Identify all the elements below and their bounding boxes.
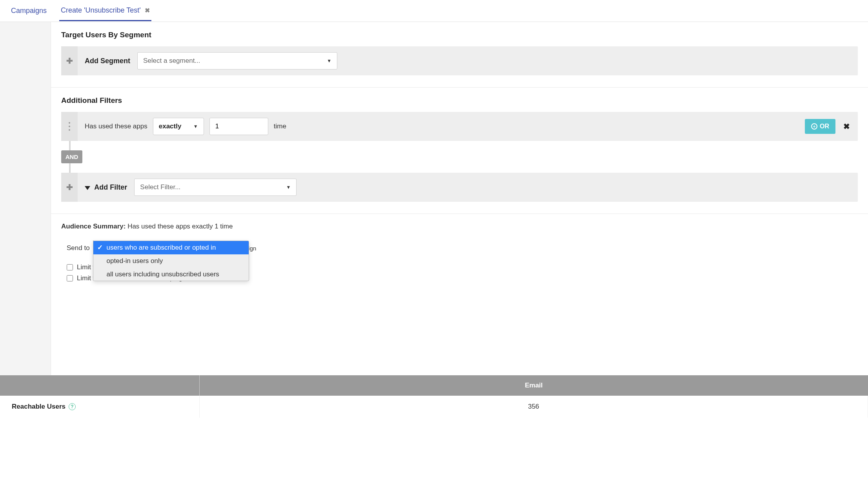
tab-bar: Campaigns Create 'Unsubscribe Test' ✖ [0, 0, 868, 22]
help-icon[interactable]: ? [69, 403, 76, 410]
plus-circle-icon: + [811, 123, 817, 130]
remove-filter-icon[interactable]: ✖ [843, 122, 850, 131]
add-segment-label: Add Segment [78, 57, 137, 65]
reach-row-label: Reachable Users ? [0, 396, 200, 418]
or-button[interactable]: + OR [805, 119, 835, 134]
reach-row-label-text: Reachable Users [12, 403, 66, 411]
additional-filters-title: Additional Filters [61, 96, 858, 105]
add-segment-plus[interactable]: ✚ [61, 46, 78, 75]
add-segment-row: ✚ Add Segment Select a segment... ▼ [61, 46, 858, 75]
reach-header-email: Email [200, 375, 868, 396]
add-filter-label: Add Filter [78, 183, 134, 192]
audience-summary-line: Audience Summary: Has used these apps ex… [61, 223, 858, 230]
send-to-label: Send to [67, 244, 90, 252]
funnel-icon [85, 186, 90, 190]
drag-dots-icon [69, 122, 70, 131]
caret-down-icon: ▼ [193, 124, 198, 129]
add-filter-row: ✚ Add Filter Select Filter... ▼ [61, 173, 858, 202]
filter-rule-row: Has used these apps exactly ▼ time + OR … [61, 112, 858, 141]
filter-operator-value: exactly [159, 122, 182, 130]
limit-users-checkbox[interactable] [67, 264, 73, 270]
dropdown-option-opted-in[interactable]: opted-in users only [93, 254, 249, 268]
tab-campaigns-label: Campaigns [11, 7, 47, 15]
plus-icon: ✚ [66, 56, 73, 66]
limit-rate-checkbox[interactable] [67, 275, 73, 281]
left-gutter [0, 22, 51, 375]
segment-select-placeholder: Select a segment... [143, 57, 200, 65]
filter-type-select[interactable]: Select Filter... ▼ [134, 179, 297, 196]
drag-handle[interactable] [61, 112, 78, 141]
additional-filters-section: Additional Filters Has used these apps e… [51, 88, 868, 214]
segment-select[interactable]: Select a segment... ▼ [137, 52, 337, 69]
caret-down-icon: ▼ [327, 58, 331, 64]
reachable-users-table: Email Reachable Users ? 356 [0, 375, 868, 418]
filter-rule-suffix: time [268, 122, 292, 130]
tab-campaigns[interactable]: Campaigns [9, 1, 48, 20]
filter-type-placeholder: Select Filter... [140, 183, 180, 191]
caret-down-icon: ▼ [286, 184, 291, 190]
filter-operator-select[interactable]: exactly ▼ [153, 118, 204, 135]
target-segment-section: Target Users By Segment ✚ Add Segment Se… [51, 22, 868, 88]
dropdown-option-subscribed[interactable]: users who are subscribed or opted in [93, 241, 249, 254]
filter-count-input[interactable] [209, 118, 268, 135]
dropdown-option-all-users[interactable]: all users including unsubscribed users [93, 268, 249, 281]
tab-create-unsubscribe[interactable]: Create 'Unsubscribe Test' ✖ [59, 1, 151, 21]
or-button-label: OR [820, 123, 829, 130]
and-badge: AND [61, 150, 82, 163]
tab-create-label: Create 'Unsubscribe Test' [61, 6, 141, 15]
close-icon[interactable]: ✖ [145, 7, 150, 14]
add-filter-text: Add Filter [94, 183, 127, 191]
audience-summary-text: Has used these apps exactly 1 time [127, 223, 233, 230]
reach-row-value: 356 [200, 396, 868, 418]
plus-icon: ✚ [66, 183, 73, 192]
send-to-dropdown: users who are subscribed or opted in opt… [93, 241, 249, 281]
filter-rule-prefix: Has used these apps [78, 122, 153, 130]
audience-summary-label: Audience Summary: [61, 223, 126, 230]
reach-header-blank [0, 375, 200, 396]
target-segment-title: Target Users By Segment [61, 31, 858, 39]
audience-summary-section: Audience Summary: Has used these apps ex… [51, 214, 868, 297]
send-to-row: Send to users who are subscribed or opte… [67, 241, 858, 256]
add-filter-plus[interactable]: ✚ [61, 173, 78, 202]
